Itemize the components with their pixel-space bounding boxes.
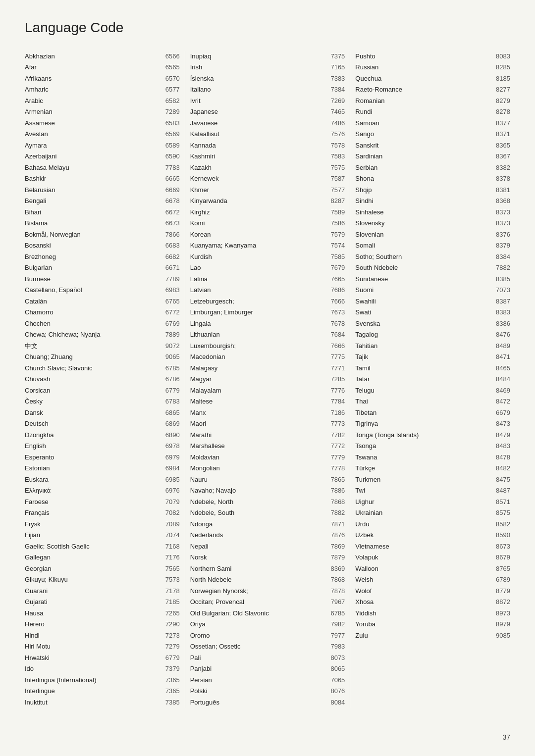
language-code: 7290 <box>161 619 180 629</box>
language-name: Kannada <box>190 141 326 151</box>
language-code: 8465 <box>491 363 510 373</box>
list-item: Arabic6582 <box>25 95 180 106</box>
language-name: Vietnamese <box>355 542 491 552</box>
language-name: Mongolian <box>190 463 326 473</box>
language-name: Tigrinya <box>355 419 491 429</box>
language-name: Faroese <box>25 497 161 507</box>
list-item: Chewa; Chichewa; Nyanja7889 <box>25 329 180 341</box>
language-code: 6678 <box>161 196 180 206</box>
list-item: Rundi8278 <box>355 106 510 118</box>
list-item: Manx7186 <box>190 407 345 418</box>
language-name: Tahitian <box>355 341 491 351</box>
language-code: 6765 <box>161 297 180 306</box>
language-code: 7379 <box>161 664 180 674</box>
language-code: 6673 <box>161 218 180 228</box>
language-name: Estonian <box>25 463 161 473</box>
list-item: Nauru7865 <box>190 474 345 485</box>
language-name: Sotho; Southern <box>355 252 491 262</box>
language-name: Tibetan <box>355 408 491 418</box>
language-name: Marshallese <box>190 441 326 451</box>
list-item: Serbian8382 <box>355 162 510 173</box>
list-item: Javanese7486 <box>190 117 345 129</box>
language-name: Português <box>190 698 326 707</box>
list-item: Russian8285 <box>355 62 510 73</box>
list-item: Corsican6779 <box>25 385 180 396</box>
language-name: Yoruba <box>355 619 491 629</box>
language-name: Xhosa <box>355 597 491 607</box>
list-item: Ido7379 <box>25 663 180 675</box>
language-name: South Ndebele <box>355 263 491 273</box>
language-name: Macedonian <box>190 352 326 362</box>
language-name: Sanskrit <box>355 141 491 151</box>
language-name: Raeto-Romance <box>355 85 491 95</box>
language-name: Brezhoneg <box>25 252 161 262</box>
list-item: Inupiaq7375 <box>190 50 345 62</box>
list-item: Turkmen8475 <box>355 474 510 485</box>
list-item: Bosanski6683 <box>25 240 180 252</box>
list-item: Sundanese8385 <box>355 273 510 285</box>
list-item: Malayalam7776 <box>190 385 345 396</box>
language-code: 6785 <box>161 363 180 373</box>
language-name: Swahili <box>355 297 491 306</box>
language-code: 6565 <box>161 62 180 72</box>
language-code: 7868 <box>326 497 345 507</box>
list-item: Afrikaans6570 <box>25 73 180 84</box>
list-item: Kazakh7575 <box>190 162 345 173</box>
language-code: 7074 <box>161 530 180 540</box>
language-name: Bislama <box>25 218 161 228</box>
language-name: Bosanski <box>25 241 161 251</box>
language-code: 7186 <box>326 408 345 418</box>
list-item: Ελληνικά6976 <box>25 485 180 497</box>
list-item: Ndebele, South7882 <box>190 507 345 519</box>
language-name: Magyar <box>190 374 326 384</box>
language-code: 7082 <box>161 508 180 518</box>
language-name: Twi <box>355 486 491 496</box>
language-name: Pali <box>190 653 326 663</box>
list-item: Íslenska7383 <box>190 73 345 84</box>
list-item: Telugu8469 <box>355 385 510 396</box>
language-name: Tatar <box>355 374 491 384</box>
list-item: Tsonga8483 <box>355 441 510 452</box>
language-name: Azerbaijani <box>25 151 161 161</box>
language-code: 8065 <box>326 664 345 674</box>
language-name: Korean <box>190 230 326 240</box>
language-name: Ndebele, South <box>190 508 326 518</box>
language-name: Esperanto <box>25 453 161 462</box>
language-code: 6979 <box>161 453 180 462</box>
language-code: 8383 <box>491 307 510 317</box>
language-code: 7868 <box>326 575 345 585</box>
language-code: 7269 <box>326 96 345 106</box>
language-code: 6590 <box>161 151 180 161</box>
language-code: 7176 <box>161 553 180 562</box>
language-name: Catalán <box>25 297 161 306</box>
language-code: 6683 <box>161 241 180 251</box>
language-code: 8487 <box>491 486 510 496</box>
language-name: Hiri Motu <box>25 642 161 652</box>
list-item: Zulu9085 <box>355 630 510 641</box>
language-code: 7882 <box>326 508 345 518</box>
list-item: Yoruba8979 <box>355 619 510 630</box>
language-code: 7579 <box>326 230 345 240</box>
language-name: Rundi <box>355 107 491 117</box>
list-item: Herero7290 <box>25 619 180 630</box>
language-code: 8278 <box>491 107 510 117</box>
language-name: Persian <box>190 675 326 685</box>
list-item: Italiano7384 <box>190 84 345 96</box>
list-item: Church Slavic; Slavonic6785 <box>25 362 180 374</box>
language-name: Ido <box>25 664 161 674</box>
language-code: 7384 <box>326 85 345 95</box>
list-item: Azerbaijani6590 <box>25 151 180 162</box>
language-code: 8287 <box>326 196 345 206</box>
language-code: 6779 <box>161 653 180 663</box>
language-code: 7265 <box>161 608 180 618</box>
language-name: Dzongkha <box>25 430 161 440</box>
list-item: Volapuk8679 <box>355 552 510 563</box>
list-item: Ivrit7269 <box>190 95 345 106</box>
list-item: Old Bulgarian; Old Slavonic6785 <box>190 607 345 619</box>
language-code: 7586 <box>326 218 345 228</box>
language-code: 6665 <box>161 174 180 184</box>
list-item: Kurdish7585 <box>190 251 345 262</box>
language-code: 7878 <box>326 586 345 596</box>
list-item: Marshallese7772 <box>190 441 345 452</box>
list-item: Urdu8582 <box>355 518 510 530</box>
